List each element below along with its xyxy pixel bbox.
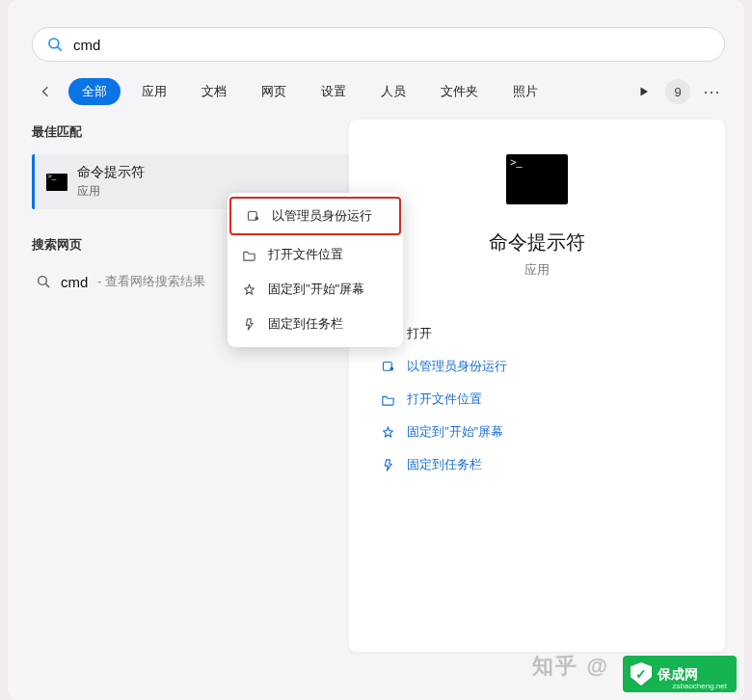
notification-badge[interactable]: 9 [665,79,690,104]
search-icon [36,274,51,289]
best-match-label: 最佳匹配 [32,123,350,141]
svg-line-1 [58,47,62,51]
ctx-label: 固定到"开始"屏幕 [268,281,364,298]
best-match-title: 命令提示符 [77,164,145,181]
action-label: 以管理员身份运行 [407,358,507,375]
search-input-value: cmd [73,37,100,53]
filter-row: 全部应用文档网页设置人员文件夹照片 9 ⋯ [32,75,725,108]
ctx-folder[interactable]: 打开文件位置 [228,237,403,272]
search-icon [46,36,64,53]
more-button[interactable]: ⋯ [698,78,725,105]
ctx-label: 以管理员身份运行 [272,207,372,225]
action-open[interactable]: 打开 [349,317,725,350]
folder-icon [241,247,256,262]
ctx-pin-start[interactable]: 固定到"开始"屏幕 [228,272,403,307]
action-label: 固定到任务栏 [407,456,482,473]
search-bar[interactable]: cmd [32,27,725,62]
web-search-term: cmd [61,274,88,290]
app-title: 命令提示符 [349,229,725,256]
action-admin[interactable]: 以管理员身份运行 [349,350,725,383]
filter-6[interactable]: 文件夹 [427,78,492,105]
filter-5[interactable]: 人员 [367,78,419,105]
filter-1[interactable]: 应用 [128,78,180,105]
admin-icon [380,359,395,374]
pin-taskbar-icon [380,457,395,472]
pin-taskbar-icon [241,316,256,332]
svg-point-0 [49,39,59,48]
web-search-hint: - 查看网络搜索结果 [97,273,205,290]
folder-icon [380,391,395,407]
pin-start-icon [241,282,256,297]
shield-icon: ✓ [631,662,652,686]
watermark-logo-sub: zsbaocheng.net [673,682,728,690]
action-pin-taskbar[interactable]: 固定到任务栏 [349,448,725,481]
detail-card: 命令提示符 应用 打开以管理员身份运行打开文件位置固定到"开始"屏幕固定到任务栏 [349,120,725,652]
filter-0[interactable]: 全部 [68,78,121,105]
filter-2[interactable]: 文档 [188,78,240,105]
play-button[interactable] [631,78,658,105]
action-pin-start[interactable]: 固定到"开始"屏幕 [349,416,725,448]
pin-start-icon [380,424,395,440]
ctx-label: 打开文件位置 [268,246,343,263]
app-thumbnail [506,154,568,204]
svg-point-3 [39,277,47,285]
back-button[interactable] [32,77,61,106]
baocheng-watermark: ✓ 保成网 zsbaocheng.net [623,656,737,692]
filter-7[interactable]: 照片 [499,78,551,105]
action-list: 打开以管理员身份运行打开文件位置固定到"开始"屏幕固定到任务栏 [349,317,725,481]
cmd-icon [46,174,67,191]
svg-marker-2 [641,88,649,96]
best-match-subtitle: 应用 [77,183,145,200]
context-menu: 以管理员身份运行打开文件位置固定到"开始"屏幕固定到任务栏 [228,193,403,347]
search-panel: cmd 全部应用文档网页设置人员文件夹照片 9 ⋯ 最佳匹配 命令提示符 应用 … [8,0,744,700]
filter-4[interactable]: 设置 [308,78,360,105]
zhihu-watermark: 知乎 @ [532,652,609,681]
filter-3[interactable]: 网页 [248,78,300,105]
svg-line-4 [45,283,49,287]
admin-icon [245,208,260,224]
action-folder[interactable]: 打开文件位置 [349,383,725,416]
action-label: 打开文件位置 [407,390,482,408]
ctx-label: 固定到任务栏 [268,315,343,333]
action-label: 打开 [407,325,432,342]
ctx-admin[interactable]: 以管理员身份运行 [229,197,401,235]
watermark-logo-text: 保成网 [658,667,698,681]
ctx-pin-taskbar[interactable]: 固定到任务栏 [228,307,403,341]
app-subtitle: 应用 [349,261,725,279]
action-label: 固定到"开始"屏幕 [407,423,503,441]
